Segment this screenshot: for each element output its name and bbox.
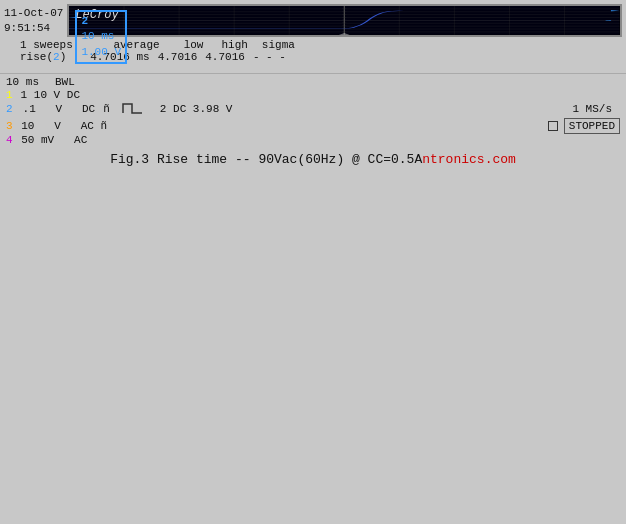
channel-box: 2 10 ms 1.00 V [75,10,127,64]
bottom-bar: 10 ms BWL 1 1 10 V DC 2 .1 V DC ñ 2 DC 3… [0,73,626,148]
sample-rate: 1 MS/s [572,103,612,115]
scope-screen: LeCroy 2 10 ms 1.00 V [67,4,622,37]
top-section: 11-Oct-07 9:51:54 LeCroy 2 10 ms 1.00 V [0,0,626,37]
time-display: 9:51:54 [4,21,63,36]
ch4-settings: 50 mV AC [21,134,87,146]
date-display: 11-Oct-07 [4,6,63,21]
timebase-value: 10 ms [81,29,121,44]
ch2-dc-symbol: ñ [103,103,110,115]
high-header: high [221,39,247,51]
ch3-settings: 10 V AC [21,120,94,132]
ch4-indicator: 4 [6,134,13,146]
caption-suffix: ntronics.com [422,152,516,167]
ch4-row: 4 50 mV AC [6,134,620,146]
ch2-settings: .1 V DC [23,103,96,115]
high-value: 4.7016 [205,51,245,63]
bottom-row2: 1 1 10 V DC [6,89,620,101]
square-wave-icon [122,101,144,118]
timebase-label: 10 ms [6,76,39,88]
ch2-probe-label: 2 DC 3.98 V [160,103,233,115]
ch2-indicator: 2 [6,103,13,115]
svg-text:2: 2 [605,20,613,21]
ch1-settings: 1 10 V DC [21,89,80,101]
main-container: 11-Oct-07 9:51:54 LeCroy 2 10 ms 1.00 V [0,0,626,524]
bottom-row4: 3 10 V AC ñ STOPPED [6,118,620,134]
caption-text: Fig.3 Rise time -- 90Vac(60Hz) @ CC=0.5A [110,152,422,167]
stopped-box-icon [548,121,558,131]
stopped-area: STOPPED [548,118,620,134]
bwl-label: BWL [55,76,75,88]
stopped-label: STOPPED [564,118,620,134]
sigma-value: - - - [253,51,286,63]
ch1-indicator: 1 [6,89,13,101]
low-value: 4.7016 [158,51,198,63]
sweeps-label: 1 sweeps: [20,39,79,51]
low-header: low [184,39,204,51]
bottom-row3: 2 .1 V DC ñ 2 DC 3.98 V 1 MS/s [6,101,620,118]
channel-number: 2 [81,14,121,29]
scope-svg: 2 [69,6,620,35]
ch3-indicator: 3 [6,120,13,132]
ch3-ac-symbol: ñ [100,120,107,132]
rise-label: rise(2) [20,51,66,63]
timestamp-block: 11-Oct-07 9:51:54 [4,6,63,37]
voltage-value: 1.00 V [81,45,121,60]
sigma-header: sigma [262,39,295,51]
bottom-row1: 10 ms BWL [6,76,620,88]
ch3-row: 3 10 V AC ñ [6,120,107,132]
fig-caption: Fig.3 Rise time -- 90Vac(60Hz) @ CC=0.5A… [0,148,626,169]
